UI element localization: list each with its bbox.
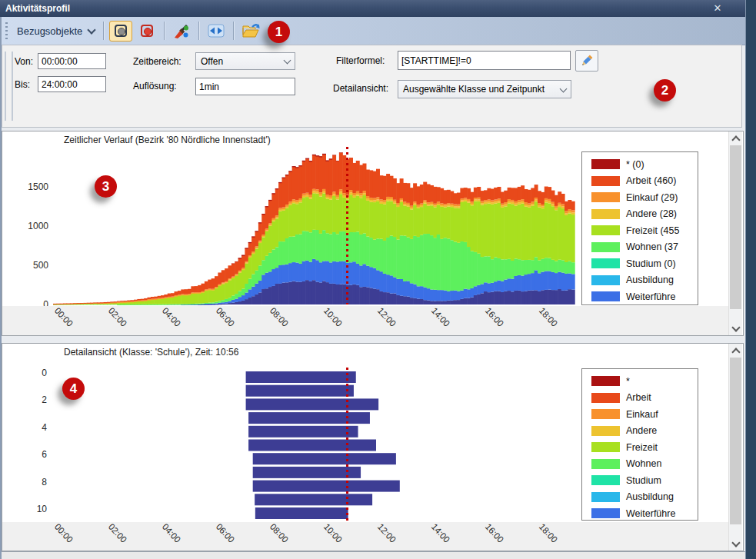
legend-label: Arbeit	[626, 392, 651, 403]
panel-grip-icon[interactable]	[5, 52, 13, 121]
pencil-icon	[580, 54, 594, 68]
chevron-down-icon	[284, 57, 291, 65]
activity-bar	[255, 507, 348, 519]
legend-swatch	[591, 459, 620, 469]
scrollbar-thumb[interactable]	[730, 358, 741, 524]
detail-legend: *ArbeitEinkaufAndereFreizeitWohnenStudiu…	[581, 368, 698, 521]
color-settings-button[interactable]	[170, 21, 193, 42]
y-tick-label: 1500	[28, 181, 48, 192]
annotation-badge-3: 3	[95, 175, 117, 198]
aufloesung-label: Auflösung:	[133, 81, 177, 92]
filterformel-label: Filterformel:	[336, 55, 385, 66]
activity-bar	[246, 385, 354, 397]
legend-row: Einkauf (29)	[582, 189, 698, 206]
row-tick-label: 0	[42, 368, 47, 378]
toolbar: Bezugsobjekte	[2, 17, 746, 45]
edit-formula-button[interactable]	[575, 50, 598, 72]
legend-swatch	[591, 176, 620, 186]
legend-row: Andere	[582, 423, 698, 440]
activity-profile-window: Aktivitätsprofil ✕ Bezugsobjekte	[0, 0, 756, 559]
legend-label: Wohnen	[626, 458, 661, 469]
detail-vertical-scrollbar[interactable]	[728, 344, 742, 551]
toolbar-separator	[164, 22, 165, 40]
legend-label: *	[626, 376, 630, 387]
window-title: Aktivitätsprofil	[5, 3, 70, 14]
activity-bar	[255, 494, 372, 505]
legend-row: Wohnen (37	[582, 239, 698, 256]
scroll-down-button[interactable]	[729, 322, 742, 334]
detailansicht-select[interactable]: Ausgewählte Klasse und Zeitpunkt	[398, 80, 571, 98]
show-reference-objects-button[interactable]	[109, 21, 132, 42]
bis-input[interactable]	[38, 76, 106, 92]
legend-label: Freizeit (455	[626, 225, 679, 236]
legend-label: Einkauf	[626, 409, 658, 420]
legend-label: Ausbildung	[626, 275, 674, 285]
timeline-chart-title: Zeitlicher Verlauf (Bezirk '80 Nördliche…	[64, 135, 271, 145]
scrollbar-thumb[interactable]	[730, 145, 741, 309]
y-tick-label: 500	[33, 260, 48, 271]
bezugsobjekte-label: Bezugsobjekte	[17, 25, 82, 37]
von-input[interactable]	[38, 53, 106, 69]
legend-row: *	[582, 373, 698, 390]
row-tick-label: 2	[42, 394, 47, 405]
legend-label: Andere (28)	[626, 208, 677, 219]
legend-label: Studium (0)	[626, 258, 676, 269]
row-tick-label: 6	[42, 449, 47, 460]
legend-row: * (0)	[582, 156, 698, 173]
chevron-down-icon	[88, 25, 96, 34]
legend-swatch	[591, 492, 620, 502]
legend-label: Weiterführe	[626, 291, 675, 302]
legend-swatch	[591, 192, 620, 202]
legend-row: Freizeit (455	[582, 222, 698, 239]
legend-label: Studium	[626, 475, 661, 486]
filterformel-input[interactable]	[398, 51, 571, 70]
legend-row: Arbeit	[582, 390, 698, 407]
window-titlebar[interactable]: Aktivitätsprofil ✕	[0, 0, 756, 17]
highlight-reference-objects-button[interactable]	[135, 21, 158, 42]
annotation-badge-1: 1	[268, 21, 290, 43]
scroll-up-button[interactable]	[729, 132, 742, 145]
fit-time-range-button[interactable]	[205, 21, 228, 42]
activity-bar	[246, 398, 379, 410]
row-tick-label: 10	[37, 504, 48, 514]
aufloesung-input[interactable]	[195, 78, 295, 95]
legend-swatch	[591, 291, 620, 301]
activity-bar	[253, 481, 400, 492]
zeitbereich-select[interactable]: Offen	[195, 52, 295, 70]
legend-swatch	[591, 393, 620, 403]
legend-swatch	[591, 275, 620, 285]
legend-row: Studium (0)	[582, 255, 698, 272]
activity-bar	[253, 453, 396, 464]
activity-bar	[246, 371, 356, 383]
bezugsobjekte-menu[interactable]: Bezugsobjekte	[12, 23, 99, 39]
open-button[interactable]	[239, 21, 262, 42]
toolbar-separator	[103, 22, 104, 40]
timeline-legend: * (0)Arbeit (460)Einkauf (29)Andere (28)…	[581, 151, 698, 305]
activity-bar	[248, 440, 376, 451]
timeline-vertical-scrollbar[interactable]	[728, 131, 742, 335]
legend-swatch	[591, 159, 620, 169]
activity-bar	[248, 412, 370, 424]
annotation-badge-4: 4	[62, 378, 85, 400]
legend-swatch	[591, 475, 620, 485]
toolbar-grip-icon[interactable]	[5, 22, 8, 39]
window-right-border[interactable]	[745, 0, 756, 559]
legend-swatch	[591, 242, 620, 252]
legend-swatch	[591, 442, 620, 452]
detailansicht-value: Ausgewählte Klasse und Zeitpunkt	[403, 84, 545, 95]
activity-bar	[253, 467, 361, 478]
legend-label: Freizeit	[626, 442, 658, 453]
timeline-chart-panel: Zeitlicher Verlauf (Bezirk '80 Nördliche…	[2, 131, 744, 336]
legend-row: Andere (28)	[582, 206, 698, 223]
scroll-down-button[interactable]	[729, 537, 742, 550]
y-tick-label: 1000	[28, 221, 48, 231]
toolbar-separator	[198, 22, 199, 40]
scroll-up-button[interactable]	[729, 344, 742, 357]
legend-row: Arbeit (460)	[582, 173, 698, 190]
legend-row: Ausbildung	[582, 489, 698, 506]
filter-panel: Von: Bis: Zeitbereich: Offen Auflösung: …	[2, 45, 742, 128]
legend-label: Einkauf (29)	[626, 192, 678, 203]
legend-swatch	[591, 225, 620, 235]
close-icon[interactable]: ✕	[708, 0, 727, 17]
legend-swatch	[591, 209, 620, 219]
